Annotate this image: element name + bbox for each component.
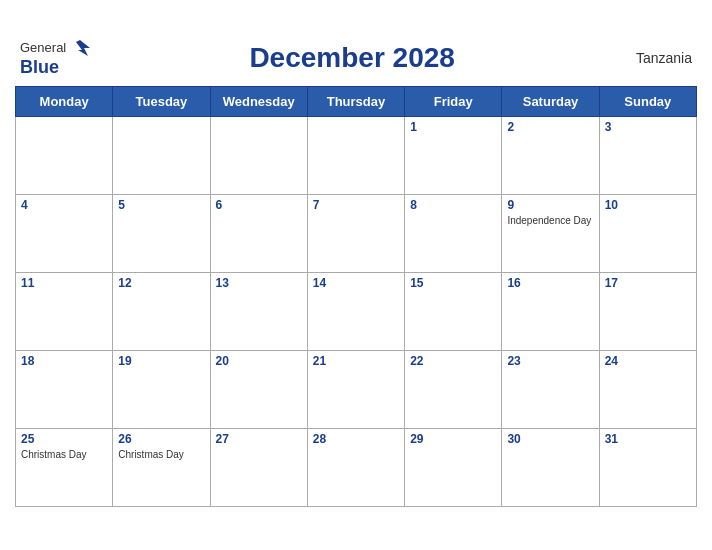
day-number: 15 [410, 276, 496, 290]
table-row: 15 [405, 272, 502, 350]
table-row: 18 [16, 350, 113, 428]
table-row: 30 [502, 428, 599, 506]
table-row: 14 [307, 272, 404, 350]
table-row: 3 [599, 116, 696, 194]
logo-general-text: General [20, 41, 66, 55]
day-number: 22 [410, 354, 496, 368]
day-number: 13 [216, 276, 302, 290]
day-number: 14 [313, 276, 399, 290]
day-event: Christmas Day [118, 448, 204, 461]
day-number: 31 [605, 432, 691, 446]
table-row: 23 [502, 350, 599, 428]
day-event: Independence Day [507, 214, 593, 227]
header-tuesday: Tuesday [113, 86, 210, 116]
day-number: 24 [605, 354, 691, 368]
table-row: 31 [599, 428, 696, 506]
table-row: 1 [405, 116, 502, 194]
day-number: 19 [118, 354, 204, 368]
country-label: Tanzania [612, 50, 692, 66]
logo-blue-text: Blue [20, 58, 59, 78]
table-row [307, 116, 404, 194]
day-number: 12 [118, 276, 204, 290]
day-number: 23 [507, 354, 593, 368]
day-number: 7 [313, 198, 399, 212]
table-row: 17 [599, 272, 696, 350]
table-row [113, 116, 210, 194]
table-row: 22 [405, 350, 502, 428]
day-number: 2 [507, 120, 593, 134]
table-row [16, 116, 113, 194]
calendar-grid: Monday Tuesday Wednesday Thursday Friday… [15, 86, 697, 507]
table-row: 26Christmas Day [113, 428, 210, 506]
day-number: 18 [21, 354, 107, 368]
table-row: 28 [307, 428, 404, 506]
day-number: 26 [118, 432, 204, 446]
day-number: 1 [410, 120, 496, 134]
header-wednesday: Wednesday [210, 86, 307, 116]
svg-marker-0 [76, 40, 90, 56]
day-number: 10 [605, 198, 691, 212]
calendar-title: December 2028 [92, 42, 612, 74]
table-row: 24 [599, 350, 696, 428]
week-row: 456789Independence Day10 [16, 194, 697, 272]
table-row: 27 [210, 428, 307, 506]
table-row: 2 [502, 116, 599, 194]
header-thursday: Thursday [307, 86, 404, 116]
days-header-row: Monday Tuesday Wednesday Thursday Friday… [16, 86, 697, 116]
calendar-body: 123456789Independence Day101112131415161… [16, 116, 697, 506]
day-number: 27 [216, 432, 302, 446]
table-row: 8 [405, 194, 502, 272]
week-row: 11121314151617 [16, 272, 697, 350]
day-number: 29 [410, 432, 496, 446]
day-number: 28 [313, 432, 399, 446]
day-number: 21 [313, 354, 399, 368]
day-number: 6 [216, 198, 302, 212]
header-saturday: Saturday [502, 86, 599, 116]
table-row: 11 [16, 272, 113, 350]
table-row: 13 [210, 272, 307, 350]
table-row: 6 [210, 194, 307, 272]
logo-area: General Blue [20, 38, 92, 78]
table-row: 25Christmas Day [16, 428, 113, 506]
day-number: 11 [21, 276, 107, 290]
table-row [210, 116, 307, 194]
table-row: 20 [210, 350, 307, 428]
table-row: 16 [502, 272, 599, 350]
table-row: 4 [16, 194, 113, 272]
table-row: 10 [599, 194, 696, 272]
table-row: 21 [307, 350, 404, 428]
day-number: 4 [21, 198, 107, 212]
header-monday: Monday [16, 86, 113, 116]
week-row: 18192021222324 [16, 350, 697, 428]
table-row: 9Independence Day [502, 194, 599, 272]
day-event: Christmas Day [21, 448, 107, 461]
day-number: 3 [605, 120, 691, 134]
header-friday: Friday [405, 86, 502, 116]
table-row: 12 [113, 272, 210, 350]
day-number: 8 [410, 198, 496, 212]
day-number: 20 [216, 354, 302, 368]
table-row: 19 [113, 350, 210, 428]
day-number: 30 [507, 432, 593, 446]
day-number: 9 [507, 198, 593, 212]
header-sunday: Sunday [599, 86, 696, 116]
table-row: 29 [405, 428, 502, 506]
table-row: 7 [307, 194, 404, 272]
week-row: 25Christmas Day26Christmas Day2728293031 [16, 428, 697, 506]
calendar-container: General Blue December 2028 Tanzania Mond… [0, 28, 712, 522]
table-row: 5 [113, 194, 210, 272]
day-number: 25 [21, 432, 107, 446]
week-row: 123 [16, 116, 697, 194]
day-number: 17 [605, 276, 691, 290]
day-number: 5 [118, 198, 204, 212]
day-number: 16 [507, 276, 593, 290]
logo-bird-icon [68, 38, 92, 58]
calendar-header: General Blue December 2028 Tanzania [15, 38, 697, 78]
